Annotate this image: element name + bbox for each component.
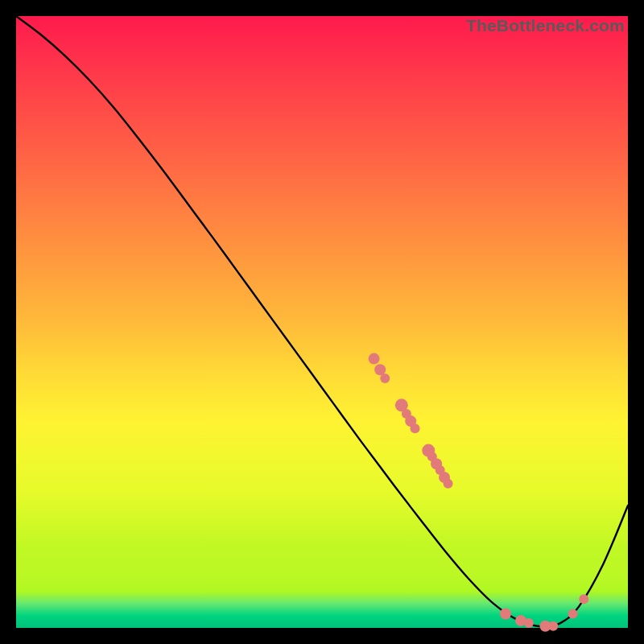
curve-layer (16, 16, 628, 627)
chart-svg (16, 16, 628, 628)
scatter-point (579, 594, 588, 604)
scatter-point (524, 618, 534, 628)
scatter-point (411, 423, 420, 433)
scatter-point (444, 479, 453, 489)
scatter-point (500, 609, 511, 620)
scatter-point (548, 621, 558, 631)
scatter-point (380, 374, 390, 383)
chart-frame: TheBottleneck.com (16, 16, 628, 628)
watermark-text: TheBottleneck.com (466, 16, 625, 35)
bottleneck-curve (16, 16, 628, 627)
scatter-point (568, 609, 578, 619)
scatter-point (369, 353, 380, 365)
